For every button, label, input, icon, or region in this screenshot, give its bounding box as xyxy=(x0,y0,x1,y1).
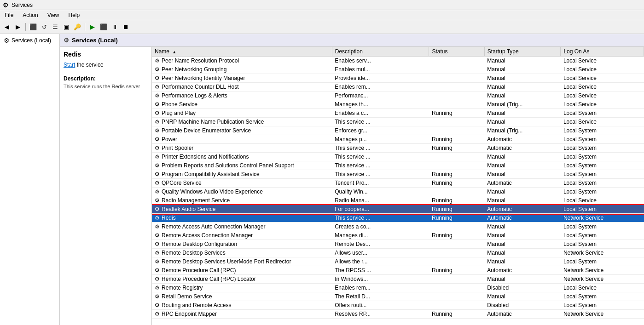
service-desc-cell: Enables serv... xyxy=(332,57,429,65)
tb-help-btn[interactable]: 🔑 xyxy=(72,22,82,32)
table-row[interactable]: ⚙PNRP Machine Name Publication ServiceTh… xyxy=(152,118,644,126)
tb-pause-btn[interactable]: ⏸ xyxy=(110,22,120,32)
table-row[interactable]: ⚙Print SpoolerThis service ...RunningAut… xyxy=(152,144,644,153)
table-row[interactable]: ⚙Remote Desktop ConfigurationRemote Des.… xyxy=(152,240,644,249)
table-row[interactable]: ⚙Performance Logs & AlertsPerformanc...M… xyxy=(152,91,644,100)
col-header-startup[interactable]: Startup Type xyxy=(484,47,561,57)
table-row[interactable]: ⚙Peer Networking GroupingEnables mul...M… xyxy=(152,65,644,74)
service-name-cell: ⚙Remote Desktop Services xyxy=(152,249,332,257)
service-startup-cell: Disabled xyxy=(484,284,561,292)
tb-forward-btn[interactable]: ▶ xyxy=(13,22,23,32)
service-status-cell xyxy=(429,57,484,65)
table-row[interactable]: ⚙RPC Endpoint MapperResolves RP...Runnin… xyxy=(152,310,644,319)
table-row[interactable]: ⚙Printer Extensions and NotificationsThi… xyxy=(152,153,644,161)
col-header-status[interactable]: Status xyxy=(429,47,484,57)
service-desc-cell: Provides ide... xyxy=(332,74,429,83)
service-row-icon: ⚙ xyxy=(155,92,160,99)
service-startup-cell: Manual (Trig... xyxy=(484,100,561,109)
service-name-cell: ⚙PNRP Machine Name Publication Service xyxy=(152,118,332,126)
table-row[interactable]: ⚙QPCore ServiceTencent Pro...RunningAuto… xyxy=(152,179,644,188)
app-icon: ⚙ xyxy=(3,1,9,9)
table-row[interactable]: ⚙Peer Name Resolution ProtocolEnables se… xyxy=(152,57,644,65)
service-logon-cell: Local System xyxy=(561,109,644,118)
service-name-cell: ⚙Print Spooler xyxy=(152,144,332,153)
tb-stop-btn[interactable]: ⬛ xyxy=(99,22,109,32)
table-row[interactable]: ⚙Remote Access Auto Connection ManagerCr… xyxy=(152,222,644,231)
service-status-cell xyxy=(429,161,484,170)
tb-export-btn[interactable]: ☰ xyxy=(50,22,60,32)
table-row[interactable]: ⚙Remote Desktop Services UserMode Port R… xyxy=(152,257,644,266)
service-logon-cell: Local System xyxy=(561,292,644,301)
service-row-icon: ⚙ xyxy=(155,154,160,160)
service-desc-cell: The RPCSS ... xyxy=(332,266,429,275)
table-row[interactable]: ⚙Problem Reports and Solutions Control P… xyxy=(152,161,644,170)
service-status-cell: Running xyxy=(429,266,484,275)
col-header-description[interactable]: Description xyxy=(332,47,429,57)
service-desc-cell: Enables mul... xyxy=(332,65,429,74)
content-header: ⚙ Services (Local) xyxy=(60,34,644,47)
service-startup-cell: Manual xyxy=(484,118,561,126)
split-content: Redis Start the service Description: Thi… xyxy=(60,47,644,325)
service-name-cell: ⚙QPCore Service xyxy=(152,179,332,188)
table-row[interactable]: ⚙Remote Procedure Call (RPC) LocatorIn W… xyxy=(152,275,644,284)
service-row-icon: ⚙ xyxy=(155,127,160,134)
sidebar-item-services[interactable]: ⚙ Services (Local) xyxy=(2,36,58,45)
table-row[interactable]: ⚙Radio Management ServiceRadio Mana...Ru… xyxy=(152,196,644,205)
service-logon-cell: Local System xyxy=(561,231,644,240)
table-row[interactable]: ⚙Remote Access Connection ManagerManages… xyxy=(152,231,644,240)
menu-item-view[interactable]: View xyxy=(45,11,62,19)
service-startup-cell: Automatic xyxy=(484,214,561,222)
service-desc-cell: Performanc... xyxy=(332,91,429,100)
table-row[interactable]: ⚙Remote Procedure Call (RPC)The RPCSS ..… xyxy=(152,266,644,275)
service-name-cell: ⚙Performance Counter DLL Host xyxy=(152,83,332,91)
service-row-icon: ⚙ xyxy=(155,285,160,291)
service-row-icon: ⚙ xyxy=(155,75,160,81)
start-link[interactable]: Start xyxy=(64,62,75,68)
service-logon-cell: Local System xyxy=(561,257,644,266)
service-status-cell: Running xyxy=(429,109,484,118)
service-desc-cell: Radio Mana... xyxy=(332,196,429,205)
tb-play-btn[interactable]: ▶ xyxy=(87,22,98,32)
menu-item-help[interactable]: Help xyxy=(66,11,83,19)
table-row[interactable]: ⚙RedisThis service ...RunningAutomaticNe… xyxy=(152,214,644,222)
table-row[interactable]: ⚙Retail Demo ServiceThe Retail D...Manua… xyxy=(152,292,644,301)
table-row[interactable]: ⚙Peer Networking Identity ManagerProvide… xyxy=(152,74,644,83)
tb-back-btn[interactable]: ◀ xyxy=(2,22,12,32)
service-startup-cell: Automatic xyxy=(484,135,561,144)
service-row-icon: ⚙ xyxy=(155,258,160,265)
table-row[interactable]: ⚙PowerManages p...RunningAutomaticLocal … xyxy=(152,135,644,144)
menu-item-file[interactable]: File xyxy=(2,11,16,19)
service-row-icon: ⚙ xyxy=(155,241,160,247)
service-startup-cell: Manual xyxy=(484,275,561,284)
table-row[interactable]: ⚙Quality Windows Audio Video ExperienceQ… xyxy=(152,188,644,196)
services-icon: ⚙ xyxy=(4,37,10,44)
tb-refresh-btn[interactable]: ↺ xyxy=(39,22,49,32)
service-status-cell xyxy=(429,83,484,91)
tb-properties-btn[interactable]: ▣ xyxy=(61,22,71,32)
service-name-cell: ⚙Remote Procedure Call (RPC) Locator xyxy=(152,275,332,284)
table-row[interactable]: ⚙Remote RegistryEnables rem...DisabledLo… xyxy=(152,284,644,292)
toolbar: ◀ ▶ ⬛ ↺ ☰ ▣ 🔑 ▶ ⬛ ⏸ ⏹ xyxy=(0,20,644,34)
col-header-logon[interactable]: Log On As xyxy=(561,47,644,57)
window-title: Services xyxy=(12,2,33,8)
table-row[interactable]: ⚙Performance Counter DLL HostEnables rem… xyxy=(152,83,644,91)
table-row[interactable]: ⚙Routing and Remote AccessOffers routi..… xyxy=(152,301,644,310)
table-row[interactable]: ⚙Remote Desktop ServicesAllows user...Ma… xyxy=(152,249,644,257)
service-name-cell: ⚙Problem Reports and Solutions Control P… xyxy=(152,161,332,170)
service-name-cell: ⚙Radio Management Service xyxy=(152,196,332,205)
services-table-area[interactable]: Name ▲ Description Status Startup Type xyxy=(152,47,644,325)
table-row[interactable]: ⚙Phone ServiceManages th...Manual (Trig.… xyxy=(152,100,644,109)
table-row[interactable]: ⚙Program Compatibility Assistant Service… xyxy=(152,170,644,179)
service-row-icon: ⚙ xyxy=(155,110,160,116)
service-name-cell: ⚙Plug and Play xyxy=(152,109,332,118)
table-row[interactable]: ⚙Realtek Audio ServiceFor coopera...Runn… xyxy=(152,205,644,214)
service-row-icon: ⚙ xyxy=(155,302,160,308)
col-header-name[interactable]: Name ▲ xyxy=(152,47,332,57)
tb-restart-btn[interactable]: ⏹ xyxy=(121,22,131,32)
menu-item-action[interactable]: Action xyxy=(20,11,41,19)
table-row[interactable]: ⚙Plug and PlayEnables a c...RunningManua… xyxy=(152,109,644,118)
table-row[interactable]: ⚙Portable Device Enumerator ServiceEnfor… xyxy=(152,126,644,135)
service-desc-cell: This service ... xyxy=(332,153,429,161)
tb-show-hide-btn[interactable]: ⬛ xyxy=(28,22,38,32)
service-desc-cell: Tencent Pro... xyxy=(332,179,429,188)
